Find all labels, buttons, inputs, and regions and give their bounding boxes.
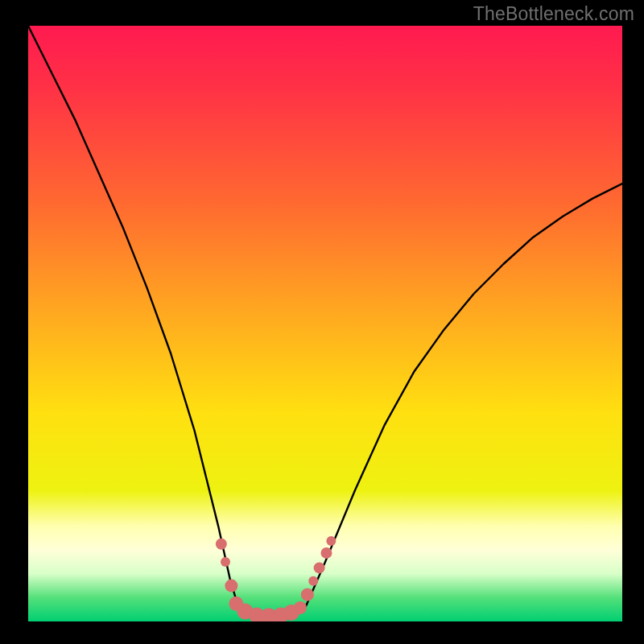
marker-dot xyxy=(314,562,325,573)
chart-frame: TheBottleneck.com xyxy=(0,0,644,644)
plot-background xyxy=(28,26,622,621)
marker-dot xyxy=(320,547,332,559)
marker-dot xyxy=(326,536,336,546)
marker-dot xyxy=(225,580,237,592)
watermark-text: TheBottleneck.com xyxy=(473,3,634,25)
marker-dot xyxy=(301,588,314,601)
bottleneck-chart xyxy=(0,0,644,644)
marker-dot xyxy=(221,557,230,567)
marker-dot xyxy=(216,539,227,550)
marker-dot xyxy=(294,601,307,614)
marker-dot xyxy=(308,576,318,586)
